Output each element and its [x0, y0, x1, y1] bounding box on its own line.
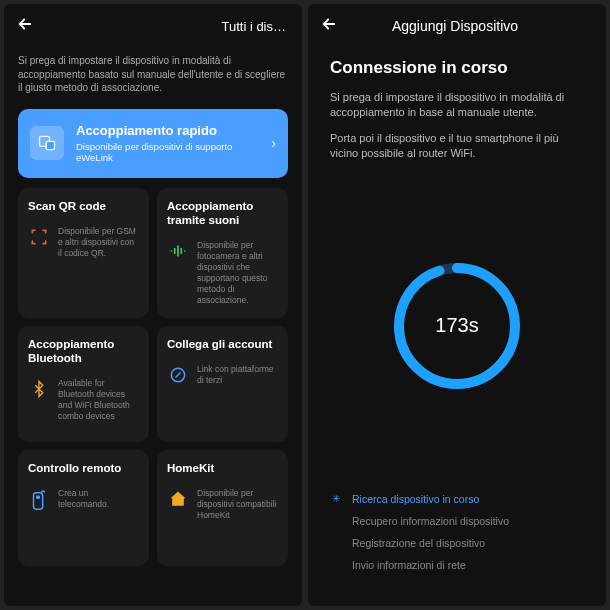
bluetooth-icon [28, 378, 50, 399]
progress-ring: 173s [389, 258, 525, 394]
option-title: Accoppiamento tramite suoni [167, 200, 278, 228]
step-register: Registrazione del dispositivo [330, 532, 584, 554]
options-grid: Scan QR code Disponibile per GSM e altri… [4, 188, 302, 580]
screen-connecting: Aggiungi Dispositivo Connessione in cors… [308, 4, 606, 606]
step-searching: Ricerca dispositivo in corso [330, 488, 584, 510]
option-desc: Link con piattaforme di terzi [197, 364, 278, 386]
option-homekit[interactable]: HomeKit Disponibile per dispositivi comp… [157, 450, 288, 566]
option-bluetooth[interactable]: Accoppiamento Bluetooth Available for Bl… [18, 326, 149, 442]
quick-pairing-icon [30, 126, 64, 160]
option-title: Collega gli account [167, 338, 278, 352]
option-desc: Disponibile per dispositivi compatibili … [197, 488, 278, 521]
option-title: HomeKit [167, 462, 278, 476]
connecting-para1: Si prega di impostare il dispositivo in … [330, 90, 584, 121]
svg-point-6 [399, 268, 515, 384]
quick-pairing-title: Accoppiamento rapido [76, 123, 259, 138]
home-icon [167, 488, 189, 509]
svg-rect-1 [46, 142, 54, 150]
quick-pairing-sub: Disponibile per dispositivi di supporto … [76, 141, 259, 165]
svg-point-4 [37, 496, 40, 499]
svg-rect-3 [34, 493, 43, 510]
option-qr[interactable]: Scan QR code Disponibile per GSM e altri… [18, 188, 149, 318]
back-arrow-icon[interactable] [320, 15, 344, 38]
qr-icon [28, 226, 50, 247]
option-desc: Crea un telecomando. [58, 488, 139, 510]
option-desc: Disponibile per GSM e altri dispositivi … [58, 226, 139, 259]
step-send-network: Invio informazioni di rete [330, 554, 584, 576]
option-title: Accoppiamento Bluetooth [28, 338, 139, 366]
header: Aggiungi Dispositivo [308, 4, 606, 48]
progress-ring-wrap: 173s [330, 178, 584, 474]
steps-list: Ricerca dispositivo in corso Recupero in… [330, 488, 584, 596]
quick-pairing-card[interactable]: Accoppiamento rapido Disponibile per dis… [18, 109, 288, 179]
screen-add-device-methods: Tutti i dis… Si prega di impostare il di… [4, 4, 302, 606]
option-link-account[interactable]: Collega gli account Link con piattaforme… [157, 326, 288, 442]
option-desc: Available for Bluetooth devices and WiFi… [58, 378, 139, 422]
sound-icon [167, 240, 189, 261]
option-desc: Disponibile per fotocamera e altri dispo… [197, 240, 278, 306]
option-remote[interactable]: Controllo remoto Crea un telecomando. [18, 450, 149, 566]
header-title[interactable]: Tutti i dis… [40, 19, 290, 34]
back-arrow-icon[interactable] [16, 15, 40, 38]
option-sound[interactable]: Accoppiamento tramite suoni Disponibile … [157, 188, 288, 318]
link-icon [167, 364, 189, 385]
option-title: Controllo remoto [28, 462, 139, 476]
header: Tutti i dis… [4, 4, 302, 48]
connecting-para2: Porta poi il dispositivo e il tuo smartp… [330, 131, 584, 162]
chevron-right-icon: › [271, 135, 276, 151]
remote-icon [28, 488, 50, 511]
intro-text: Si prega di impostare il dispositivo in … [4, 48, 302, 105]
option-title: Scan QR code [28, 200, 139, 214]
step-retrieve-info: Recupero informazioni dispositivo [330, 510, 584, 532]
quick-pairing-text: Accoppiamento rapido Disponibile per dis… [76, 123, 259, 165]
connecting-heading: Connessione in corso [330, 58, 584, 78]
header-title: Aggiungi Dispositivo [308, 18, 606, 34]
